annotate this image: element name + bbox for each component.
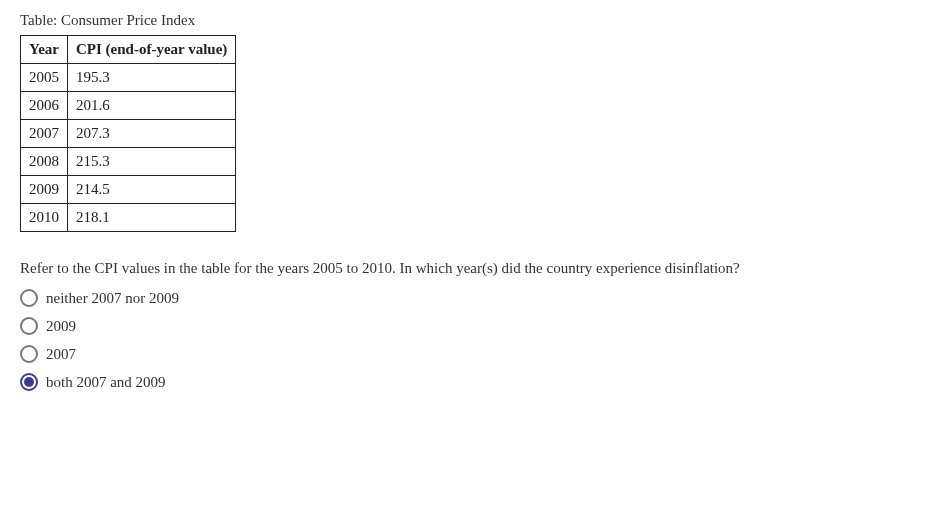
table-row: 2005195.3 [21, 64, 236, 92]
radio-icon[interactable] [20, 373, 38, 391]
option[interactable]: 2009 [20, 317, 912, 335]
cell-cpi: 215.3 [68, 148, 236, 176]
radio-icon[interactable] [20, 345, 38, 363]
option[interactable]: both 2007 and 2009 [20, 373, 912, 391]
cell-cpi: 207.3 [68, 120, 236, 148]
radio-icon[interactable] [20, 289, 38, 307]
table-row: 2010218.1 [21, 204, 236, 232]
cell-year: 2009 [21, 176, 68, 204]
cell-year: 2006 [21, 92, 68, 120]
cell-year: 2005 [21, 64, 68, 92]
table-row: 2006201.6 [21, 92, 236, 120]
table-header-year: Year [21, 36, 68, 64]
table-row: 2008215.3 [21, 148, 236, 176]
table-row: 2009214.5 [21, 176, 236, 204]
option-label: both 2007 and 2009 [46, 374, 166, 391]
option-label: 2007 [46, 346, 76, 363]
cell-cpi: 218.1 [68, 204, 236, 232]
option-label: 2009 [46, 318, 76, 335]
cell-cpi: 214.5 [68, 176, 236, 204]
cell-cpi: 195.3 [68, 64, 236, 92]
option[interactable]: 2007 [20, 345, 912, 363]
options-list: neither 2007 nor 200920092007both 2007 a… [20, 289, 912, 391]
question-text: Refer to the CPI values in the table for… [20, 260, 912, 277]
cell-year: 2007 [21, 120, 68, 148]
cell-cpi: 201.6 [68, 92, 236, 120]
table-title: Table: Consumer Price Index [20, 12, 912, 29]
option[interactable]: neither 2007 nor 2009 [20, 289, 912, 307]
cpi-table: Year CPI (end-of-year value) 2005195.320… [20, 35, 236, 232]
table-row: 2007207.3 [21, 120, 236, 148]
radio-icon[interactable] [20, 317, 38, 335]
table-header-cpi: CPI (end-of-year value) [68, 36, 236, 64]
cell-year: 2010 [21, 204, 68, 232]
table-header-row: Year CPI (end-of-year value) [21, 36, 236, 64]
cell-year: 2008 [21, 148, 68, 176]
option-label: neither 2007 nor 2009 [46, 290, 179, 307]
